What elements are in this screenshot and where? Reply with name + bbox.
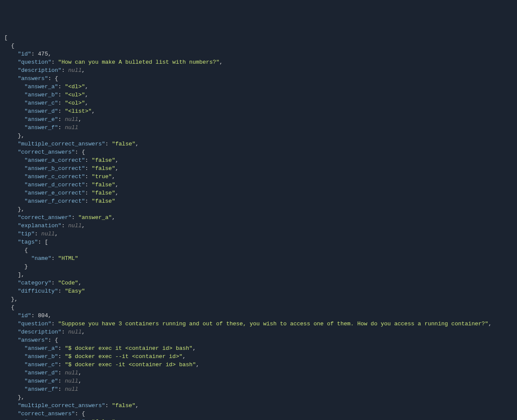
json-token: , xyxy=(48,51,51,57)
json-token: "difficulty" xyxy=(18,288,58,294)
json-token: "answer_d_correct" xyxy=(25,182,85,188)
json-token: : xyxy=(105,402,112,409)
json-token: : { xyxy=(75,411,85,417)
json-token: , xyxy=(81,67,85,74)
json-token: "answer_f" xyxy=(25,386,58,392)
json-token: "$ docker exec -it <container id> bash" xyxy=(65,361,196,368)
json-token: { xyxy=(11,304,15,311)
json-token: "multiple_correct_answers" xyxy=(18,141,105,147)
json-token: : xyxy=(62,222,69,229)
json-token: "<dl>" xyxy=(65,83,85,90)
json-token: , xyxy=(219,59,223,65)
json-token: "answer_a_correct" xyxy=(25,157,85,164)
json-token: "answer_c_correct" xyxy=(25,173,85,180)
json-token: , xyxy=(78,370,82,376)
json-token: "answer_a" xyxy=(25,345,58,352)
json-token: "correct_answers" xyxy=(18,149,75,155)
json-token: "answer_d" xyxy=(25,370,58,376)
json-token: , xyxy=(85,100,88,106)
json-token: "answer_d" xyxy=(25,108,58,114)
json-token: "HTML" xyxy=(58,255,78,262)
json-token: , xyxy=(115,165,118,172)
json-token: : xyxy=(62,329,69,335)
json-token: , xyxy=(48,312,51,319)
json-token: "answer_b_correct" xyxy=(25,165,85,172)
json-token: , xyxy=(85,92,88,98)
json-token: : xyxy=(85,157,92,164)
json-token: , xyxy=(78,378,82,384)
json-token: "$ docker exec it <container id> bash" xyxy=(65,345,192,352)
json-token: "true" xyxy=(92,173,112,180)
json-token: ], xyxy=(18,272,25,278)
json-token: : xyxy=(58,116,65,123)
json-token: "id" xyxy=(18,312,31,319)
json-token: "description" xyxy=(18,67,61,74)
json-token: : xyxy=(105,141,112,147)
json-token: : { xyxy=(75,149,85,155)
json-token: } xyxy=(25,263,28,270)
json-token: "Code" xyxy=(58,280,78,286)
json-token: "answer_e_correct" xyxy=(25,190,85,196)
json-token: , xyxy=(115,182,118,188)
json-token: : xyxy=(85,173,92,180)
json-token: "<ul>" xyxy=(65,92,85,98)
json-token: : xyxy=(51,321,58,327)
json-token: : xyxy=(85,182,92,188)
json-token: "answer_f" xyxy=(25,124,58,131)
json-code-viewer[interactable]: [ { "id": 475, "question": "How can you … xyxy=(4,34,513,420)
json-token: : xyxy=(58,345,65,352)
json-token: "false" xyxy=(92,198,115,204)
json-token: : [ xyxy=(38,239,48,245)
json-token: null xyxy=(68,222,81,229)
json-token: : xyxy=(51,59,58,65)
json-token: "false" xyxy=(112,402,136,409)
json-token: : xyxy=(58,288,65,294)
json-token: "id" xyxy=(18,51,31,57)
json-token: , xyxy=(115,157,118,164)
json-token: "false" xyxy=(112,141,136,147)
json-token: : xyxy=(58,370,65,376)
json-token: "false" xyxy=(92,157,115,164)
json-token: , xyxy=(115,190,118,196)
json-token: , xyxy=(112,214,115,221)
json-token: , xyxy=(78,280,82,286)
json-token: { xyxy=(25,247,28,253)
json-token: [ xyxy=(4,34,8,41)
json-token: , xyxy=(112,173,115,180)
json-token: : { xyxy=(48,337,58,343)
json-token: , xyxy=(182,353,186,360)
json-token: "Suppose you have 3 containers running a… xyxy=(58,321,489,327)
json-token: null xyxy=(65,124,78,131)
json-token: , xyxy=(193,345,196,352)
json-token: , xyxy=(81,329,85,335)
json-token: "tags" xyxy=(18,239,38,245)
json-token: null xyxy=(65,370,78,376)
json-token: "$ docker exec --it <container id>" xyxy=(65,353,182,360)
json-token: : xyxy=(72,214,78,221)
json-token: , xyxy=(55,231,58,237)
json-token: }, xyxy=(18,133,25,139)
json-token: null xyxy=(68,329,81,335)
json-token: , xyxy=(85,83,88,90)
json-token: "multiple_correct_answers" xyxy=(18,402,105,409)
json-token: : xyxy=(51,280,58,286)
json-token: : xyxy=(85,190,92,196)
json-token: "name" xyxy=(31,255,51,262)
json-token: null xyxy=(41,231,55,237)
json-token: 804 xyxy=(38,312,48,319)
json-token: }, xyxy=(18,206,25,213)
json-token: , xyxy=(81,222,85,229)
json-token: "answer_a" xyxy=(25,83,58,90)
json-token: "false" xyxy=(92,165,115,172)
json-token: : xyxy=(34,231,41,237)
json-token: "question" xyxy=(18,59,51,65)
json-token: , xyxy=(78,116,82,123)
json-token: : xyxy=(31,51,38,57)
json-token: , xyxy=(92,108,95,114)
json-token: null xyxy=(65,116,78,123)
json-token: : xyxy=(58,378,65,384)
json-token: "explanation" xyxy=(18,222,61,229)
json-token: "Easy" xyxy=(65,288,85,294)
json-token: : xyxy=(58,386,65,392)
json-token: { xyxy=(11,43,15,49)
